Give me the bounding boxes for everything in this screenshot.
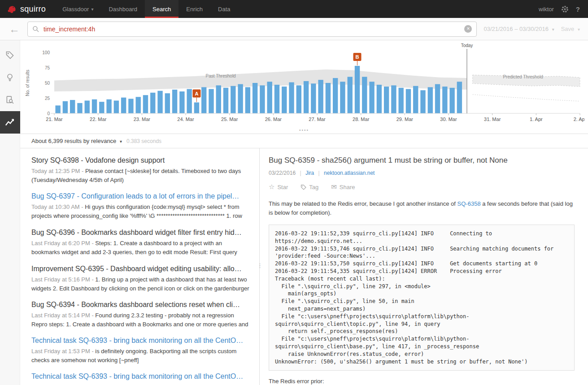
divider-grip-icon[interactable]: ⋮ (257, 262, 263, 269)
chart-bar[interactable] (150, 93, 155, 113)
sidebar-item-saved-search[interactable] (0, 89, 20, 111)
chart-bar[interactable] (106, 99, 111, 113)
chart-bar[interactable] (355, 66, 360, 113)
chart-bar[interactable] (449, 88, 454, 113)
sidebar-item-trends[interactable] (0, 111, 20, 134)
chart-bar[interactable] (296, 85, 301, 113)
chart-section: 21. Mar22. Mar23. Mar24. Mar25. Mar26. M… (20, 40, 588, 134)
chart-bar[interactable] (128, 99, 133, 113)
chart-bar[interactable] (253, 83, 257, 113)
chart-bar[interactable] (326, 83, 331, 113)
result-title[interactable]: Technical task SQ-6393 - bring back moni… (31, 337, 249, 345)
chart-bar[interactable] (209, 89, 213, 113)
results-sort-dropdown[interactable]: About 6,399 results by relevance ▾ (31, 138, 122, 144)
chart-bar[interactable] (143, 95, 148, 113)
x-tick-label: 30. Mar (440, 117, 457, 122)
chart-bar[interactable] (304, 81, 309, 113)
chart-bar[interactable] (194, 103, 199, 113)
user-menu[interactable]: wiktor (539, 6, 554, 13)
chart-bar[interactable] (384, 87, 389, 113)
star-button[interactable]: ☆ Star (269, 183, 288, 191)
share-button[interactable]: ✉ Share (331, 183, 355, 191)
gear-icon[interactable] (561, 5, 569, 13)
column-divider[interactable]: ⋮ (259, 148, 260, 385)
brand[interactable]: squirro (0, 0, 55, 18)
chart-bar[interactable] (179, 91, 184, 113)
chart-bar[interactable] (187, 89, 192, 113)
chart-bar[interactable] (413, 86, 418, 113)
chart-bar[interactable] (92, 99, 97, 113)
nav-item-search[interactable]: Search (145, 0, 179, 18)
search-input[interactable] (44, 26, 460, 33)
nav-item-enrich[interactable]: Enrich (179, 0, 210, 18)
sidebar-item-tags[interactable] (0, 44, 20, 66)
save-button[interactable]: Save ▾ (561, 26, 580, 32)
chart-bar[interactable] (428, 87, 433, 113)
detail-domain-link[interactable]: nektoon.atlassian.net (324, 170, 375, 176)
chart-bar[interactable] (420, 90, 425, 113)
svg-text:A: A (195, 91, 198, 96)
chart-bar[interactable] (121, 98, 126, 113)
chart-bar[interactable] (231, 86, 235, 113)
chart-bar[interactable] (267, 82, 272, 113)
x-tick-label: 28. Mar (353, 117, 370, 122)
chart-bar[interactable] (391, 85, 396, 113)
chart-bar[interactable] (398, 88, 403, 113)
project-selector[interactable]: Glassdoor ▾ (55, 0, 101, 18)
chart-bar[interactable] (289, 82, 294, 113)
chart-bar[interactable] (70, 100, 75, 113)
chart-bar[interactable] (238, 84, 243, 113)
chart-bar[interactable] (223, 88, 228, 113)
chart-resize-handle[interactable]: •••• (23, 128, 585, 134)
chart-bar[interactable] (362, 77, 367, 113)
chart-bar[interactable] (157, 91, 162, 113)
svg-text:B: B (356, 54, 359, 60)
chart-bar[interactable] (201, 87, 206, 113)
x-tick-label: 25. Mar (221, 117, 238, 122)
date-range-selector[interactable]: 03/21/2016 – 03/30/2016 ▾ (483, 26, 554, 32)
chart-bar[interactable] (435, 84, 440, 113)
result-title[interactable]: Improvement SQ-6395 - Dashboard widget e… (31, 265, 249, 273)
result-title[interactable]: Bug SQ-6396 - Bookmarks dashboard widget… (31, 229, 249, 237)
chart-bar[interactable] (77, 103, 82, 113)
chart-bar[interactable] (165, 93, 170, 113)
chart-bar[interactable] (114, 100, 119, 113)
result-title[interactable]: Bug SQ-6397 - Configuration leads to a l… (31, 192, 249, 200)
chart-bar[interactable] (457, 82, 462, 113)
result-date: Today at 12:35 PM - (31, 168, 85, 174)
chart-bar[interactable] (442, 87, 447, 113)
nav-item-data[interactable]: Data (210, 0, 238, 18)
tag-button[interactable]: Tag (301, 184, 318, 190)
detail-body: This may be related to the Redis error, … (269, 199, 575, 217)
chart-bar[interactable] (99, 102, 104, 113)
chart-bar[interactable] (348, 77, 353, 113)
result-title[interactable]: Bug SQ-6394 - Bookmarks dashboard select… (31, 301, 249, 309)
chart-bar[interactable] (406, 89, 411, 113)
chart-bar[interactable] (85, 100, 90, 113)
chart-bar[interactable] (135, 97, 140, 113)
result-title[interactable]: Story SQ-6398 - Vodafone design support (31, 156, 249, 164)
chart-bar[interactable] (216, 85, 221, 113)
help-icon[interactable]: ? (576, 5, 580, 13)
chart-bar[interactable] (55, 105, 60, 113)
chart-bar[interactable] (274, 85, 279, 113)
chart-bar[interactable] (311, 83, 316, 113)
chart-bar[interactable] (369, 82, 374, 113)
chart-bar[interactable] (340, 82, 345, 113)
chart-bar[interactable] (333, 78, 338, 113)
chart-bar[interactable] (318, 80, 323, 113)
chart-bar[interactable] (260, 85, 265, 113)
issue-link[interactable]: SQ-6358 (457, 200, 481, 207)
clear-search-icon[interactable]: × (464, 25, 472, 33)
sidebar-item-signals[interactable] (0, 66, 20, 89)
nav-items: DashboardSearchEnrichData (101, 0, 238, 18)
detail-source-link[interactable]: Jira (305, 170, 314, 176)
chart-bar[interactable] (282, 87, 287, 113)
chart-bar[interactable] (172, 90, 177, 113)
back-button[interactable]: ← (8, 24, 21, 35)
chart-bar[interactable] (377, 85, 382, 113)
chart-bar[interactable] (63, 101, 68, 113)
nav-item-dashboard[interactable]: Dashboard (101, 0, 145, 18)
result-title[interactable]: Technical task SQ-6393 - bring back moni… (31, 372, 249, 381)
chart-bar[interactable] (245, 87, 250, 113)
